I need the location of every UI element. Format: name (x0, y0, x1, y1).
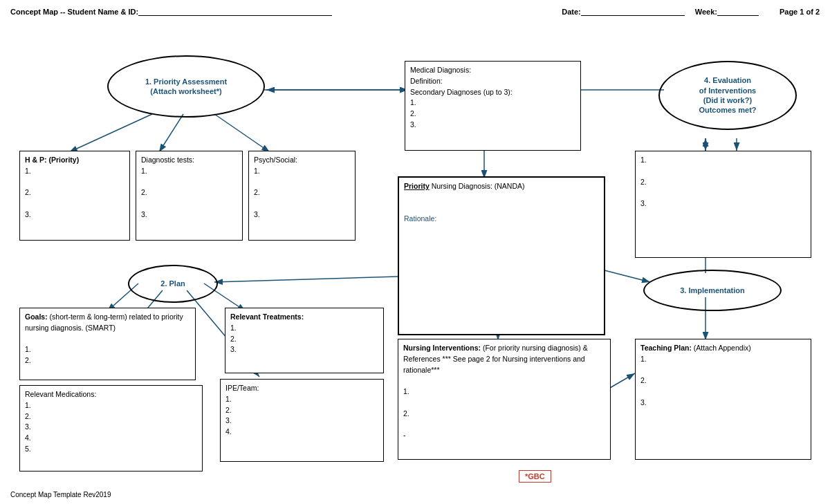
oval2-text: 2. Plan (160, 279, 185, 288)
header-week-label: Week: (695, 8, 717, 16)
diagnostic-box: Diagnostic tests: 1. 2. 3. (136, 151, 243, 241)
hp-box: H & P: (Priority) 1. 2. 3. (19, 151, 130, 241)
oval-evaluation: 4. Evaluation of Interventions (Did it w… (658, 61, 797, 130)
header-date-line (581, 7, 685, 16)
header-page-label: Page 1 of 2 (780, 8, 820, 16)
teaching-plan-box: Teaching Plan: (Attach Appendix) 1. 2. 3… (635, 339, 811, 460)
medical-diagnosis-box: Medical Diagnosis: Definition: Secondary… (405, 61, 581, 151)
header-name-line (138, 7, 332, 16)
evaluation-box: 1. 2. 3. (635, 151, 811, 258)
psych-box: Psych/Social: 1. 2. 3. (248, 151, 356, 241)
oval1-text: 1. Priority Assessment (Attach worksheet… (145, 77, 227, 97)
arrow-oval1-hp (69, 114, 152, 152)
oval3-text: 3. Implementation (680, 286, 745, 295)
priority-nursing-box: Priority Nursing Diagnosis: (NANDA) Rati… (398, 176, 605, 335)
arrow-nursing-impl (602, 270, 650, 282)
ipe-box: IPE/Team: 1. 2. 3. 4. (220, 379, 384, 462)
arrow-oval1-diagnostic (159, 114, 183, 152)
oval-implementation: 3. Implementation (643, 270, 782, 311)
page: Concept Map -- Student Name & ID: Date: … (0, 0, 830, 504)
footer: Concept Map Template Rev2019 (10, 491, 111, 498)
priority-nursing-title: Priority Nursing Diagnosis: (NANDA) (404, 181, 599, 192)
medications-box: Relevant Medications: 1. 2. 3. 4. 5. (19, 385, 203, 472)
goals-box: Goals: (short-term & long-term) related … (19, 308, 196, 380)
header-week-line (717, 7, 759, 16)
oval-priority-assessment: 1. Priority Assessment (Attach worksheet… (107, 55, 265, 118)
arrow-oval1-psych (214, 114, 270, 152)
treatments-box: Relevant Treatments: 1. 2. 3. (225, 308, 384, 373)
nursing-interventions-box: Nursing Interventions: (For priority nur… (398, 339, 611, 460)
header-date-label: Date: (562, 8, 581, 16)
arrow-nursing-plan (214, 277, 398, 282)
oval-plan: 2. Plan (128, 265, 218, 303)
gbc-badge: *GBC (519, 470, 551, 483)
oval4-text: 4. Evaluation of Interventions (Did it w… (699, 75, 756, 115)
header-title: Concept Map -- Student Name & ID: (10, 8, 138, 16)
header: Concept Map -- Student Name & ID: Date: … (10, 7, 820, 16)
